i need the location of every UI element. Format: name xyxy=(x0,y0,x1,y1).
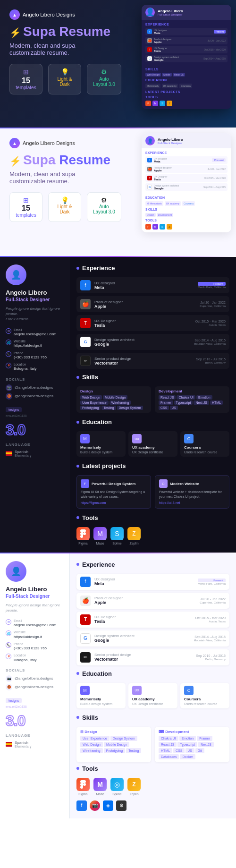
feature-light-dark: 💡 Light & Dark xyxy=(48,64,81,94)
tool-maze: M Maze xyxy=(93,527,107,545)
language-item-dark: Spanish Elementary xyxy=(6,450,64,457)
auto-layout-icon-light: ⚙ xyxy=(93,196,115,204)
edu-memorisely: M Memorisely Build a design system xyxy=(76,431,126,457)
hero-dark-section: ▲ Angelo Libero Designs ⚡ Supa Resume Mo… xyxy=(0,0,236,128)
feature-templates-light: ⊞ 15 templates xyxy=(9,192,42,222)
resume-dark: 👤 Angelo Libero Full-Stack Designer Peop… xyxy=(0,257,236,553)
tool-zeplin: Z Zeplin xyxy=(127,527,141,545)
projects-title: Latest projects xyxy=(82,462,126,469)
maze-icon: M xyxy=(93,527,107,540)
projects-dot xyxy=(76,465,79,468)
edu-ux-academy-light: UX UX academy UX Design certificate xyxy=(128,683,177,708)
flag-icon-light xyxy=(6,742,12,747)
google-logo-light: G xyxy=(147,185,152,189)
hero-title: Supa Resume xyxy=(23,25,110,39)
edu-memorisely-light: M Memorisely Build a design system xyxy=(76,683,126,708)
apple-logo-dark: 🍎 xyxy=(80,299,91,309)
sidebar-id-light: ens-e42a0438 xyxy=(6,705,64,708)
tool-spline: S Spline xyxy=(110,527,124,545)
edu-coursera-light: C Coursera Users research course xyxy=(180,683,229,708)
resume-light: 👤 Angelo Libero Full-Stack Designer Peop… xyxy=(0,553,236,818)
design-skills: Design Web Design Mobile Design User Exp… xyxy=(76,386,151,413)
apple-logo: 🍎 xyxy=(147,38,152,43)
preview-experience-light: Experience f UX designer Meta Present 🍎 … xyxy=(142,148,231,195)
spline-tool-preview-light: S xyxy=(160,224,165,230)
coursera-logo: C xyxy=(184,434,194,443)
exp-tesla-light: T UX Designer Tesla Oct 2015 - Mar 2020A… xyxy=(76,612,229,628)
location-icon-light: 📍 xyxy=(6,654,11,659)
email-icon: ✉ xyxy=(6,328,11,334)
sidebar-tag-light: tesigns xyxy=(6,698,22,703)
exp-google: G Design system architect Google Sep 201… xyxy=(76,334,229,350)
hero-light-section: ▲ Angelo Libero Designs ⚡ Supa Resume Mo… xyxy=(0,128,236,256)
preview-card-light: 👤 Angelo Libero Full-Stack Designer Expe… xyxy=(142,133,231,232)
location-icon: 📍 xyxy=(6,363,11,368)
tesla-logo-light: T xyxy=(147,176,152,180)
project-modern-website: C Modern Website Powerful website + dash… xyxy=(155,475,229,509)
edu-grid-light: M Memorisely Build a design system UX UX… xyxy=(76,683,229,708)
preview-exp-meta: f UX designer Meta Present xyxy=(145,28,228,35)
experience-section-header: Experience xyxy=(76,264,229,272)
ds-project-icon: F xyxy=(81,479,89,488)
email-icon-light: ✉ xyxy=(6,619,11,625)
experience-title-light: Experience xyxy=(82,561,115,568)
experience-dot-light xyxy=(76,563,79,566)
preview-exp-google-light: G Design system architect Google Sep 201… xyxy=(145,183,228,191)
brand-triangle-icon-light: ▲ xyxy=(12,141,17,146)
skills-dot-light xyxy=(76,716,79,719)
vscode-icon: ◈ xyxy=(103,800,113,811)
coursera-logo-light: C xyxy=(184,686,194,695)
ux-academy-logo-light: UX xyxy=(132,686,142,695)
brand-logo-icon: ▲ xyxy=(9,9,20,20)
vec-logo-light-full: ✏ xyxy=(80,652,91,663)
edu-header-light: Education xyxy=(76,670,229,677)
projects-section-header: Latest projects xyxy=(76,462,229,469)
skills-dot xyxy=(76,376,79,379)
education-dot xyxy=(76,421,79,424)
exp-google-light: G Design system architect Google Sep 201… xyxy=(76,630,229,647)
sidebar-quote-light: People ignore design that ignore people. xyxy=(6,603,64,613)
brand-name: Angelo Libero Designs xyxy=(23,12,75,17)
tool-figma-light: Figma xyxy=(76,778,90,796)
preview-skills-tools: Skills Web Design Mobile React JS Educat… xyxy=(142,67,231,109)
main-content-dark: Experience f UX designer Meta Present Me… xyxy=(70,257,236,553)
brand-logo-icon-light: ▲ xyxy=(9,138,20,148)
tools-section-header: Tools xyxy=(76,514,229,521)
maze-tool-preview-light: M xyxy=(152,224,158,230)
preview-card-dark: 👤 Angelo Libero Full-Stack Designer Expe… xyxy=(142,5,231,109)
mw-project-icon: C xyxy=(159,479,168,488)
language-title-light: Language xyxy=(6,733,64,738)
apple-logo-light-full: 🍎 xyxy=(80,596,91,606)
instagram-icon-light: 📷 xyxy=(6,675,12,682)
tools-dot-light xyxy=(76,767,79,770)
figma-icon-light xyxy=(76,778,90,791)
skills-section-header: Skills xyxy=(76,374,229,381)
sidebar-social-dark: 📷 @angelolibero.designs 🏀 @angelolibero-… xyxy=(6,384,64,400)
sidebar-name-light: Angelo Libero xyxy=(6,586,64,593)
tool-figma: Figma xyxy=(76,527,90,545)
sidebar-role-light: Full-Stack Designer xyxy=(6,594,64,599)
hero-title-light: Supa Resume xyxy=(23,153,110,168)
website-icon-light: 🌐 xyxy=(6,630,11,636)
experience-dot xyxy=(76,267,79,270)
auto-layout-icon: ⚙ xyxy=(93,68,115,76)
exp-vec-light: ✏ Senior product design Vectornator Sep … xyxy=(76,649,229,665)
sidebar-name-dark: Angelo Libero xyxy=(6,289,64,296)
preview-exp-apple-light: 🍎 Product designer Apple Jul 20 - Jan 20… xyxy=(145,165,228,173)
tools-title: Tools xyxy=(82,514,98,521)
feature-auto-layout: ⚙ Auto Layout 3.0 xyxy=(87,64,121,94)
maze-icon-light: M xyxy=(93,778,107,791)
sidebar-avatar-light: 👤 xyxy=(6,561,26,582)
exp-vectornator: ✏ Senior product design Vectornator Sep … xyxy=(76,353,229,369)
spline-tool-preview: S xyxy=(160,101,165,106)
memorisely-logo-light: M xyxy=(80,686,90,695)
edu-dot-light xyxy=(76,672,79,675)
dribbble-icon-light: 🏀 xyxy=(6,684,12,690)
edu-coursera: C Coursera Users research course xyxy=(180,431,229,457)
ux-academy-logo: UX xyxy=(132,434,142,443)
dribbble-item-light: 🏀 @angelolibero-designs xyxy=(6,684,64,690)
meta-logo-dark: f xyxy=(80,280,91,290)
sidebar-quote-dark: People ignore design that ignore people.… xyxy=(6,306,64,322)
sidebar-role-dark: Full-Stack Designer xyxy=(6,297,64,302)
brand-name-light: Angelo Libero Designs xyxy=(23,140,75,146)
